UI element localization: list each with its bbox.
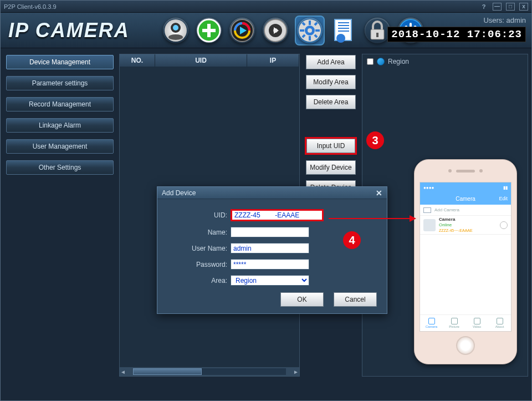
document-icon[interactable]: [331, 18, 357, 43]
svg-rect-18: [309, 36, 311, 40]
current-user-label: Users: admin: [387, 16, 526, 24]
phone-status-bar: ●●●●▮▮: [420, 182, 511, 192]
password-input[interactable]: [231, 259, 309, 270]
svg-rect-7: [202, 29, 216, 32]
user-label: User Name:: [167, 245, 227, 252]
phone-add-camera-row[interactable]: Add Camera: [420, 205, 511, 216]
phone-gear-icon[interactable]: [500, 221, 508, 229]
phone-tabbar: Camera Picture Video About: [420, 314, 511, 331]
add-icon[interactable]: [196, 18, 222, 43]
add-area-button[interactable]: Add Area: [306, 55, 356, 69]
sidebar-item-linkage-alarm[interactable]: Linkage Alarm: [6, 118, 114, 133]
plus-icon: [423, 207, 431, 213]
cancel-button[interactable]: Cancel: [334, 292, 377, 307]
ok-button[interactable]: OK: [280, 292, 324, 307]
device-list-header: NO. UID IP: [120, 54, 299, 67]
delete-area-button[interactable]: Delete Area: [306, 95, 356, 109]
svg-rect-33: [376, 33, 378, 37]
sidebar-item-record-management[interactable]: Record Management: [6, 97, 114, 111]
minimize-icon[interactable]: —: [493, 3, 502, 11]
phone-app-bar: Camera Edit: [420, 192, 511, 205]
phone-tab-video[interactable]: Video: [466, 315, 488, 331]
phone-camera-thumb-icon: [423, 219, 436, 231]
annotation-arrow: [329, 218, 415, 219]
name-input[interactable]: [231, 227, 309, 237]
dialog-row-password: Password:: [167, 259, 377, 270]
settings-tab-active[interactable]: [296, 17, 324, 44]
svg-point-25: [308, 28, 312, 33]
input-uid-highlight: Input UID: [305, 137, 357, 155]
disc-icon[interactable]: [263, 18, 288, 43]
svg-rect-19: [300, 29, 304, 32]
sidebar-item-device-management[interactable]: Device Management: [6, 55, 114, 69]
phone-mockup: ●●●●▮▮ Camera Edit Add Camera Camera Onl…: [414, 159, 517, 364]
scroll-thumb[interactable]: [133, 368, 202, 375]
svg-rect-17: [309, 21, 311, 25]
phone-screen: ●●●●▮▮ Camera Edit Add Camera Camera Onl…: [420, 182, 511, 332]
phone-tab-camera[interactable]: Camera: [420, 315, 443, 331]
close-icon[interactable]: x: [519, 3, 528, 11]
svg-point-2: [173, 25, 178, 31]
input-uid-button[interactable]: Input UID: [306, 139, 355, 153]
app-logo: IP CAMERA: [6, 19, 130, 42]
scroll-track[interactable]: [133, 368, 286, 375]
area-label: Area:: [167, 277, 227, 285]
phone-tab-picture[interactable]: Picture: [443, 315, 466, 331]
modify-device-button[interactable]: Modify Device: [306, 160, 356, 175]
phone-camera-status: Online: [439, 222, 473, 228]
dialog-title: Add Device: [162, 189, 196, 197]
phone-camera-name: Camera: [439, 217, 473, 222]
add-device-dialog: Add Device ✕ UID: Name: User Name: Passw…: [157, 186, 387, 314]
phone-edit-link[interactable]: Edit: [499, 196, 508, 201]
name-label: Name:: [167, 229, 227, 236]
col-no[interactable]: NO.: [120, 54, 155, 67]
camera-icon[interactable]: [163, 18, 188, 43]
phone-tab-about[interactable]: About: [488, 315, 511, 331]
dialog-row-uid: UID:: [167, 209, 377, 221]
sidebar: Device Management Parameter settings Rec…: [1, 48, 119, 400]
svg-rect-20: [315, 29, 320, 32]
lock-icon[interactable]: [365, 18, 390, 43]
col-ip[interactable]: IP: [247, 54, 299, 67]
phone-camera-row[interactable]: Camera Online ZZZZ-45····-EAAAE: [420, 216, 511, 235]
app-header: IP CAMERA Users: admin 2018-10-: [1, 13, 531, 48]
scroll-right-icon[interactable]: ►: [293, 369, 299, 375]
window-title: P2P Client-v6.0.3.9: [4, 3, 57, 10]
window-controls: ? — □ x: [479, 3, 528, 11]
play-icon[interactable]: [229, 18, 255, 43]
sidebar-item-user-management[interactable]: User Management: [6, 139, 114, 154]
help-icon[interactable]: ?: [479, 3, 488, 11]
modify-area-button[interactable]: Modify Area: [306, 75, 356, 89]
area-select[interactable]: Region: [231, 275, 309, 286]
annotation-callout-4: 4: [343, 231, 361, 249]
annotation-callout-3: 3: [366, 131, 384, 149]
phone-add-camera-label: Add Camera: [434, 207, 459, 212]
window-title-bar: P2P Client-v6.0.3.9 ? — □ x: [1, 1, 531, 13]
phone-camera-uid: ZZZZ-45····-EAAAE: [439, 228, 473, 234]
phone-camera-text: Camera Online ZZZZ-45····-EAAAE: [439, 217, 473, 234]
phone-home-button[interactable]: [456, 336, 475, 355]
tree-root-node[interactable]: Region: [367, 58, 523, 65]
dialog-titlebar[interactable]: Add Device ✕: [157, 187, 387, 199]
clock: 2018-10-12 17:06:23: [387, 27, 526, 42]
horizontal-scrollbar[interactable]: ◄ ►: [120, 367, 299, 376]
svg-point-3: [168, 34, 183, 40]
dialog-row-area: Area: Region: [167, 275, 377, 286]
settings-gear-icon: [297, 18, 323, 43]
tree-root-label: Region: [388, 58, 409, 65]
sidebar-item-other-settings[interactable]: Other Settings: [6, 160, 114, 175]
uid-input[interactable]: [231, 209, 324, 221]
maximize-icon[interactable]: □: [506, 3, 515, 11]
col-uid[interactable]: UID: [155, 54, 247, 67]
toolbar: [163, 17, 423, 44]
globe-icon: [377, 58, 385, 65]
scroll-left-icon[interactable]: ◄: [120, 369, 126, 375]
phone-appbar-title: Camera: [456, 196, 475, 202]
dialog-close-icon[interactable]: ✕: [376, 189, 382, 197]
header-right: Users: admin 2018-10-12 17:06:23: [387, 16, 526, 42]
password-label: Password:: [167, 261, 227, 268]
sidebar-item-parameter-settings[interactable]: Parameter settings: [6, 76, 114, 90]
user-input[interactable]: [231, 243, 309, 253]
uid-label: UID:: [167, 211, 227, 219]
tree-root-checkbox[interactable]: [367, 58, 374, 65]
